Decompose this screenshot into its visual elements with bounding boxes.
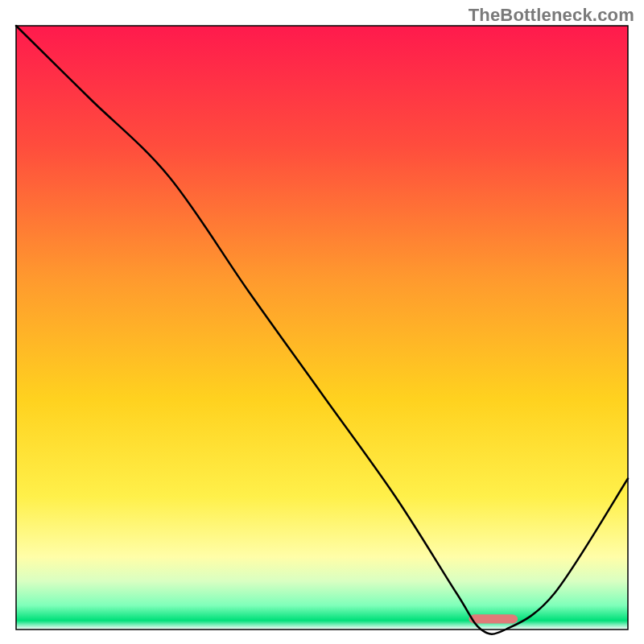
optimal-range-marker: [469, 614, 518, 623]
watermark-text: TheBottleneck.com: [469, 5, 634, 26]
chart-container: TheBottleneck.com: [0, 0, 644, 644]
bottleneck-chart: [0, 0, 644, 644]
